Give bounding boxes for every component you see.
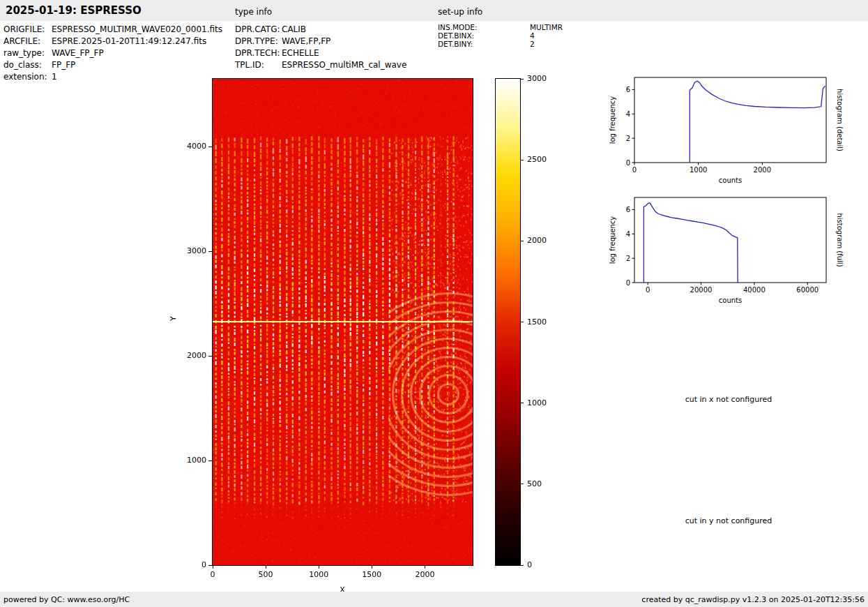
file-info-block: ORIGFILE:ESPRESSO_MULTIMR_WAVE020_0001.f…: [3, 24, 222, 84]
y-tick-label: 0: [626, 279, 630, 287]
histogram-full-plot: 02000040000600000246countslog frequencyh…: [607, 193, 847, 312]
y-tick-label: 1000: [178, 456, 206, 465]
cut-in-x-message: cut in x not configured: [659, 395, 798, 404]
y-tick-label: 2: [626, 135, 630, 142]
metadata-key: ARCFILE:: [3, 36, 52, 48]
y-tick-label: 4: [626, 110, 630, 118]
metadata-row: ORIGFILE:ESPRESSO_MULTIMR_WAVE020_0001.f…: [3, 24, 222, 36]
metadata-row: TPL.ID:ESPRESSO_multiMR_cal_wave: [235, 60, 406, 72]
x-tick-mark: [372, 566, 372, 569]
metadata-key: DPR.CATG:: [235, 24, 282, 36]
y-tick-label: 2: [626, 255, 630, 262]
metadata-value: MULTIMR: [530, 23, 563, 31]
metadata-value: CALIB: [282, 24, 306, 36]
hist-right-label: histogram (full): [836, 213, 844, 267]
y-tick-mark: [208, 356, 212, 357]
metadata-row: raw_type:WAVE_FP_FP: [3, 48, 222, 60]
metadata-value: 2: [530, 40, 535, 48]
metadata-key: TPL.ID:: [235, 60, 282, 72]
metadata-key: DET.BINY:: [438, 40, 530, 48]
metadata-key: extension:: [3, 72, 52, 84]
y-tick-label: 4: [626, 230, 630, 238]
metadata-row: do_class:FP_FP: [3, 60, 222, 72]
colorbar-tick-mark: [521, 160, 524, 160]
x-tick-label: 60000: [796, 286, 818, 294]
metadata-key: DET.BINX:: [438, 31, 530, 40]
x-tick-label: 2000: [411, 570, 439, 579]
footer-bar: powered by QC: www.eso.org/HC created by…: [0, 592, 868, 607]
colorbar-tick-label: 3000: [527, 74, 547, 83]
y-tick-mark: [208, 251, 212, 252]
qc-report-page: 2025-01-19: ESPRESSO type info set-up in…: [0, 0, 868, 607]
y-tick-label: 3000: [178, 246, 206, 255]
metadata-row: DPR.CATG:CALIB: [235, 24, 406, 36]
hist-y-axis-label: log frequency: [609, 96, 616, 144]
hist-x-axis-label: counts: [719, 177, 742, 184]
metadata-key: ORIGFILE:: [3, 24, 52, 36]
metadata-row: DPR.TYPE:WAVE,FP,FP: [235, 36, 406, 48]
histogram-detail-plot: 0100020000246countslog frequencyhistogra…: [607, 73, 847, 192]
header-bar: 2025-01-19: ESPRESSO type info set-up in…: [0, 0, 868, 21]
setup-info-label: set-up info: [438, 7, 482, 17]
metadata-row: extension:1: [3, 72, 222, 84]
metadata-row: INS.MODE:MULTIMR: [438, 23, 563, 31]
x-tick-label: 1000: [305, 570, 333, 579]
x-tick-label: 20000: [690, 286, 713, 294]
plot-frame: [634, 197, 826, 283]
y-tick-label: 6: [626, 206, 630, 213]
footer-powered-by: powered by QC: www.eso.org/HC: [3, 595, 130, 604]
page-title: 2025-01-19: ESPRESSO: [6, 4, 142, 17]
y-tick-label: 0: [178, 560, 206, 569]
metadata-value: ESPRESSO_MULTIMR_WAVE020_0001.fits: [52, 24, 222, 36]
hist-y-axis-label: log frequency: [609, 216, 616, 264]
raw-image-canvas: [213, 79, 473, 565]
metadata-value: ESPRESSO_multiMR_cal_wave: [282, 60, 406, 72]
metadata-key: DPR.TYPE:: [235, 36, 282, 48]
y-tick-label: 4000: [178, 142, 206, 151]
type-info-block: DPR.CATG:CALIBDPR.TYPE:WAVE,FP,FPDPR.TEC…: [235, 24, 406, 72]
y-tick-mark: [208, 565, 212, 566]
x-tick-mark: [213, 566, 213, 569]
type-info-label: type info: [235, 7, 272, 17]
x-tick-label: 40000: [743, 286, 766, 294]
setup-info-block: INS.MODE:MULTIMRDET.BINX:4DET.BINY:2: [438, 23, 563, 48]
colorbar-tick-label: 2000: [527, 236, 547, 245]
colorbar-tick-label: 0: [527, 560, 532, 569]
colorbar: [495, 78, 521, 566]
colorbar-tick-label: 500: [527, 479, 542, 488]
x-tick-mark: [319, 566, 319, 569]
metadata-value: 4: [530, 31, 535, 40]
hist-right-label: histogram (detail): [836, 89, 844, 151]
raw-y-axis-label: Y: [169, 313, 178, 324]
colorbar-tick-label: 2500: [527, 155, 547, 164]
x-tick-label: 2000: [754, 166, 771, 174]
metadata-row: DPR.TECH:ECHELLE: [235, 48, 406, 60]
x-tick-mark: [266, 566, 266, 569]
y-tick-mark: [208, 460, 212, 461]
colorbar-tick-mark: [521, 241, 524, 241]
y-tick-label: 6: [626, 86, 630, 93]
x-tick-label: 0: [199, 570, 227, 579]
colorbar-tick-mark: [521, 322, 524, 322]
metadata-row: ARCFILE:ESPRE.2025-01-20T11:49:12.247.fi…: [3, 36, 222, 48]
x-tick-label: 0: [632, 166, 637, 174]
cut-in-y-message: cut in y not configured: [659, 516, 798, 525]
metadata-value: ESPRE.2025-01-20T11:49:12.247.fits: [52, 36, 206, 48]
x-tick-label: 500: [252, 570, 280, 579]
y-tick-label: 2000: [178, 351, 206, 360]
colorbar-tick-mark: [521, 403, 524, 403]
colorbar-tick-label: 1500: [527, 317, 547, 327]
metadata-key: do_class:: [3, 60, 52, 72]
metadata-value: WAVE_FP_FP: [52, 48, 104, 60]
metadata-key: DPR.TECH:: [235, 48, 282, 60]
colorbar-tick-label: 1000: [527, 398, 547, 407]
raw-image-frame: [212, 78, 473, 566]
hist-x-axis-label: counts: [719, 297, 742, 304]
metadata-row: DET.BINX:4: [438, 31, 563, 40]
metadata-key: INS.MODE:: [438, 23, 530, 31]
x-tick-label: 1500: [358, 570, 386, 579]
x-tick-mark: [425, 566, 425, 569]
metadata-value: ECHELLE: [282, 48, 319, 60]
footer-created-by: created by qc_rawdisp.py v1.2.3 on 2025-…: [641, 595, 865, 604]
x-tick-label: 0: [646, 286, 650, 294]
